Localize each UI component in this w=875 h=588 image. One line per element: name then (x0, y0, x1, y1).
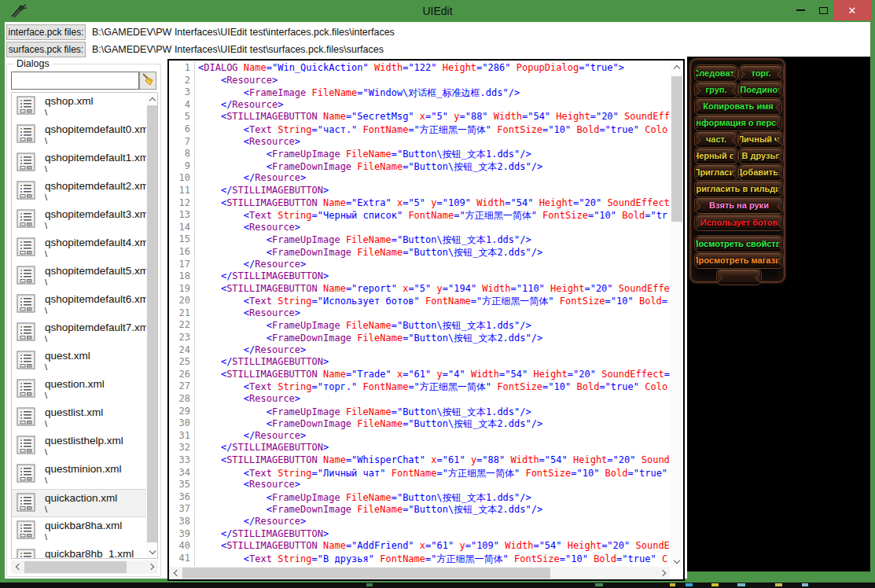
file-item[interactable]: quickbar8hb_1.xml \ (12, 546, 157, 559)
preview-button[interactable]: Добавить ч (739, 164, 783, 180)
code-line[interactable]: <Text String="В друзья" FontName="方正细黑一简… (198, 553, 670, 565)
preview-button[interactable]: Поединок (739, 82, 783, 97)
code-line[interactable]: <FrameDownImage FileName="Button\按钮_文本2.… (198, 332, 670, 344)
preview-button[interactable]: Личный ча (739, 131, 783, 147)
file-item[interactable]: qshopitemdefault1.xml \ (12, 149, 157, 178)
code-line[interactable]: </STILLIMAGEBUTTON> (198, 356, 670, 369)
close-button[interactable]: ✕ (833, 0, 871, 20)
clear-filter-button[interactable] (139, 72, 156, 90)
file-item[interactable]: qshopitemdefault7.xml \ (12, 319, 157, 347)
code-line[interactable]: <Resource> (198, 222, 670, 234)
scroll-thumb[interactable] (671, 76, 682, 222)
preview-button[interactable]: Следовать (695, 65, 737, 81)
code-line[interactable]: <STILLIMAGEBUTTON Name="Extra" x="5" y="… (198, 197, 670, 210)
file-item[interactable]: questlist.xml \ (12, 404, 157, 432)
code-line[interactable]: <Resource> (198, 75, 670, 87)
code-line[interactable]: </Resource> (198, 172, 670, 185)
scroll-down-button[interactable] (146, 546, 158, 558)
scroll-down-button[interactable] (671, 555, 683, 568)
code-line[interactable]: <STILLIMAGEBUTTON Name="AddFriend" x="61… (198, 540, 670, 553)
preview-button[interactable]: груп. (695, 82, 737, 97)
file-item[interactable]: qshopitemdefault5.xml \ (12, 263, 157, 291)
preview-button[interactable]: Взять на руки (695, 197, 783, 213)
preview-button[interactable]: Черный сп (695, 148, 737, 164)
preview-button[interactable]: Пригласить в гильдию (695, 181, 783, 197)
file-item[interactable]: qshopitemdefault4.xml \ (12, 234, 157, 263)
scroll-thumb[interactable] (24, 561, 127, 573)
interface-pck-button[interactable]: interface.pck files: (6, 24, 86, 40)
code-line[interactable]: <FrameDownImage FileName="Button\按钮_文本2.… (198, 160, 670, 173)
code-line[interactable]: <DIALOG Name="Win_QuickAction" Width="12… (198, 62, 670, 75)
preview-button[interactable]: В друзья (739, 148, 783, 164)
file-item[interactable]: qshopitemdefault3.xml \ (12, 206, 157, 234)
file-item[interactable]: quickaction.xml \ (12, 489, 157, 517)
preview-button[interactable]: торг. (739, 65, 783, 81)
scroll-up-button[interactable] (671, 61, 683, 73)
code-line[interactable]: <STILLIMAGEBUTTON Name="WhisperChat" x="… (198, 454, 670, 467)
code-line[interactable]: <FrameUpImage FileName="Button\按钮_文本1.dd… (198, 406, 670, 418)
minimize-button[interactable] (789, 0, 812, 20)
code-line[interactable]: <Resource> (198, 479, 670, 491)
file-item[interactable]: qshopitemdefault6.xml \ (12, 291, 157, 319)
file-item[interactable]: quest.xml \ (12, 347, 157, 376)
code-line[interactable]: <STILLIMAGEBUTTON Name="SecretMsg" x="5"… (198, 111, 670, 123)
code-line[interactable]: <FrameUpImage FileName="Button\按钮_文本1.dd… (198, 319, 670, 332)
code-line[interactable]: <FrameDownImage FileName="Button\按钮_文本2.… (198, 503, 670, 516)
code-line[interactable]: <Resource> (198, 307, 670, 320)
file-item[interactable]: questlisthelp.xml \ (12, 432, 157, 461)
code-line[interactable]: </Resource> (198, 344, 670, 357)
scroll-up-button[interactable] (146, 93, 158, 105)
scroll-thumb[interactable] (147, 105, 158, 542)
preview-button[interactable]: Пригласит (695, 164, 737, 180)
code-line[interactable]: </Resource> (198, 430, 670, 443)
code-line[interactable]: <FrameDownImage FileName="Button\按钮_文本2.… (198, 417, 670, 430)
code-line[interactable]: <Resource> (198, 393, 670, 406)
code-line[interactable]: </Resource> (198, 99, 670, 112)
code-line[interactable]: </STILLIMAGEBUTTON> (198, 528, 670, 541)
file-item[interactable]: quickbar8ha.xml \ (12, 517, 157, 546)
file-item[interactable]: qshopitemdefault0.xml \ (12, 121, 157, 149)
maximize-button[interactable] (812, 0, 834, 20)
file-list-hscrollbar[interactable] (11, 560, 158, 574)
editor-hscrollbar[interactable] (169, 567, 670, 579)
surfaces-pck-button[interactable]: surfaces.pck files: (6, 42, 86, 57)
preview-button[interactable]: Копировать имя (695, 98, 781, 114)
preview-button[interactable]: част. (695, 131, 737, 147)
code-line[interactable]: <Resource> (198, 136, 670, 149)
code-line[interactable]: <Text String="торг." FontName="方正细黑一简体" … (198, 380, 670, 393)
code-line[interactable]: <FrameUpImage FileName="Button\按钮_文本1.dd… (198, 491, 670, 504)
file-item[interactable]: questminion.xml \ (12, 461, 157, 489)
preview-button[interactable]: Информация о персон (695, 115, 781, 130)
file-item[interactable]: qshopitemdefault2.xml \ (12, 178, 157, 206)
file-list-vscrollbar[interactable] (146, 93, 158, 558)
file-item[interactable]: qshop.xml \ (12, 93, 157, 121)
code-line[interactable]: <FrameUpImage FileName="Button\按钮_文本1.dd… (198, 148, 670, 160)
xml-editor[interactable]: 1234567891011121314151617181920212223242… (167, 59, 685, 581)
code-line[interactable]: </Resource> (198, 516, 670, 528)
code-line[interactable]: </Resource> (198, 259, 670, 271)
filter-input[interactable] (11, 72, 139, 90)
code-line[interactable]: </STILLIMAGEBUTTON> (198, 442, 670, 454)
code-line[interactable]: <FrameImage FileName="Window\对话框_标准边框.dd… (198, 86, 670, 99)
code-line[interactable]: </STILLIMAGEBUTTON> (198, 270, 670, 283)
code-area[interactable]: <DIALOG Name="Win_QuickAction" Width="12… (194, 62, 670, 566)
code-line[interactable]: <Text String="Личный чат" FontName="方正细黑… (198, 467, 670, 480)
preview-button[interactable]: Использует ботов (695, 215, 783, 230)
code-line[interactable]: <Text String="Использует ботов" FontName… (198, 295, 670, 307)
code-line[interactable]: <STILLIMAGEBUTTON Name="report" x="5" y=… (198, 283, 670, 296)
editor-vscrollbar[interactable] (671, 61, 683, 568)
scroll-thumb[interactable] (182, 568, 550, 579)
scroll-left-button[interactable] (169, 567, 182, 579)
code-line[interactable]: <FrameDownImage FileName="Button\按钮_文本2.… (198, 246, 670, 259)
file-item[interactable]: question.xml \ (12, 376, 157, 404)
code-line[interactable]: <FrameUpImage FileName="Button\按钮_文本1.dd… (198, 233, 670, 246)
preview-button[interactable]: Посмотреть свойства (695, 236, 783, 252)
scroll-left-button[interactable] (11, 560, 24, 573)
code-line[interactable]: <Text String="Черный список" FontName="方… (198, 209, 670, 222)
code-line[interactable]: <Text String="част." FontName="方正细黑一简体" … (198, 123, 670, 136)
preview-button[interactable]: Просмотреть магазин (695, 252, 783, 268)
code-line[interactable]: </STILLIMAGEBUTTON> (198, 185, 670, 197)
preview-button[interactable] (717, 269, 761, 285)
scroll-right-button[interactable] (657, 567, 670, 579)
code-line[interactable]: <STILLIMAGEBUTTON Name="Trade" x="61" y=… (198, 369, 670, 381)
